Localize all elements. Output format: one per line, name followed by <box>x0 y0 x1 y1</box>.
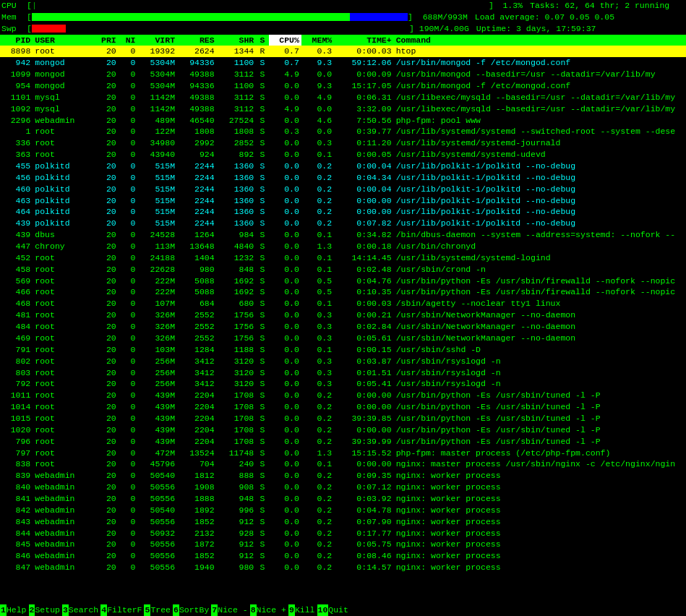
table-row[interactable]: 439dbus200245281264984S0.00.10:34.82/bin… <box>0 229 686 241</box>
cell: 1852 <box>177 550 217 562</box>
table-row[interactable]: 1root200122M18081808S0.30.00:39.77/usr/l… <box>0 126 686 137</box>
cell: 1872 <box>177 539 217 550</box>
bottom-button[interactable]: 9Kill <box>288 604 317 616</box>
cell: 3120 <box>217 356 257 367</box>
table-row[interactable]: 456polkitd200515M22441360S0.00.20:04.34/… <box>0 172 686 184</box>
table-row[interactable]: 1099mongod2005304M493883112S4.90.00:00.0… <box>0 69 686 80</box>
cell: 22628 <box>137 264 177 275</box>
cell: 1099 <box>0 69 33 80</box>
cell: 0.1 <box>301 264 334 275</box>
table-row[interactable]: 336root2003498029922852S0.00.30:11.20/us… <box>0 137 686 149</box>
table-row[interactable]: 468root200107M684680S0.00.10:00.03/sbin/… <box>0 298 686 309</box>
col-time[interactable]: TIME+ <box>334 35 393 46</box>
col-user[interactable]: USER <box>33 35 92 46</box>
col-pid[interactable]: PID <box>0 35 33 46</box>
cell: 0:00.09 <box>334 69 393 80</box>
table-row[interactable]: 842webadmin200505401892996S0.00.20:04.78… <box>0 505 686 516</box>
bottom-button[interactable]: 7Nice - <box>211 604 249 616</box>
table-row[interactable]: 840webadmin200505561908908S0.00.20:07.12… <box>0 482 686 493</box>
cell: 0.0 <box>269 493 301 505</box>
table-row[interactable]: 463polkitd200515M22441360S0.00.20:00.00/… <box>0 195 686 207</box>
table-row[interactable]: 844webadmin200509322132928S0.00.20:17.77… <box>0 528 686 539</box>
table-row[interactable]: 460polkitd200515M22441360S0.00.20:00.04/… <box>0 184 686 195</box>
table-row[interactable]: 954mongod2005304M943361100S0.09.315:17.0… <box>0 80 686 92</box>
cell: /usr/lib/polkit-1/polkitd --no-debug <box>394 184 686 195</box>
table-row[interactable]: 791root200103M12841188S0.00.10:00.15/usr… <box>0 344 686 356</box>
cell: 0.0 <box>269 436 301 448</box>
table-row[interactable]: 8898root2001939226241344R0.70.30:00.03ht… <box>0 46 686 57</box>
cell: 2244 <box>177 195 217 207</box>
cell: 439 <box>0 218 33 229</box>
table-row[interactable]: 839webadmin200505401812888S0.00.20:09.35… <box>0 470 686 482</box>
table-row[interactable]: 846webadmin200505561852912S0.00.20:08.46… <box>0 550 686 562</box>
cell: /usr/sbin/sshd -D <box>394 344 686 356</box>
col-s[interactable]: S <box>256 35 268 46</box>
cell: 20 <box>93 184 119 195</box>
table-row[interactable]: 1101mysql2001142M493883112S0.04.90:06.31… <box>0 92 686 103</box>
bottom-button[interactable]: 6SortBy <box>173 604 211 616</box>
table-row[interactable]: 484root200326M25521756S0.00.30:02.84/usr… <box>0 321 686 333</box>
cell: 942 <box>0 57 33 69</box>
bottom-button[interactable]: 5Tree <box>144 604 173 616</box>
table-row[interactable]: 792root200256M34123120S0.00.30:05.41/usr… <box>0 378 686 390</box>
cell: S <box>256 275 268 287</box>
col-res[interactable]: RES <box>177 35 217 46</box>
col-virt[interactable]: VIRT <box>137 35 177 46</box>
table-row[interactable]: 942mongod2005304M943361100S0.79.359:12.0… <box>0 57 686 69</box>
col-command[interactable]: Command <box>394 35 686 46</box>
cell: 49388 <box>177 92 217 103</box>
table-row[interactable]: 2296webadmin200489M4654027524S0.04.67:50… <box>0 115 686 127</box>
table-row[interactable]: 1011root200439M22041708S0.00.20:00.00/us… <box>0 390 686 401</box>
table-row[interactable]: 847webadmin200505561940980S0.00.20:14.57… <box>0 562 686 573</box>
table-row[interactable]: 481root200326M25521756S0.00.30:00.21/usr… <box>0 309 686 321</box>
cell: 0.0 <box>269 172 301 184</box>
cell: S <box>256 424 268 436</box>
col-cpu[interactable]: CPU% <box>269 35 301 46</box>
table-row[interactable]: 841webadmin200505561888948S0.00.20:03.92… <box>0 493 686 505</box>
table-row[interactable]: 1014root200439M22041708S0.00.20:00.00/us… <box>0 401 686 413</box>
table-row[interactable]: 796root200439M22041708S0.00.239:39.99/us… <box>0 436 686 448</box>
bottom-button[interactable]: 10Quit <box>317 604 351 616</box>
cell: 20 <box>93 298 119 309</box>
table-row[interactable]: 1020root200439M22041708S0.00.20:00.00/us… <box>0 424 686 436</box>
cell: nginx: worker process <box>394 505 686 516</box>
col-mem[interactable]: MEM% <box>301 35 334 46</box>
bottom-button[interactable]: 4FilterF <box>100 604 144 616</box>
bottom-button[interactable]: 3Search <box>62 604 100 616</box>
cell: 0 <box>119 103 138 115</box>
table-row[interactable]: 439polkitd200515M22441360S0.00.20:07.82/… <box>0 218 686 229</box>
bottom-button[interactable]: 2Setup <box>29 604 62 616</box>
table-row[interactable]: 447chrony200113M136484840S0.01.30:00.18/… <box>0 241 686 252</box>
table-row[interactable]: 569root200222M50881692S0.00.50:04.76/usr… <box>0 275 686 287</box>
table-row[interactable]: 363root20043940924892S0.00.10:00.05/usr/… <box>0 149 686 161</box>
table-row[interactable]: 455polkitd200515M22441360S0.00.20:00.04/… <box>0 161 686 172</box>
table-row[interactable]: 802root200256M34123120S0.00.30:03.87/usr… <box>0 356 686 367</box>
table-row[interactable]: 838root20045796704240S0.00.10:00.00nginx… <box>0 458 686 470</box>
cell: 20 <box>93 126 119 137</box>
table-row[interactable]: 803root200256M34123120S0.00.30:01.51/usr… <box>0 367 686 379</box>
table-row[interactable]: 452root2002418814041232S0.00.114:14.45/u… <box>0 252 686 264</box>
table-row[interactable]: 464polkitd200515M22441360S0.00.20:00.00/… <box>0 206 686 218</box>
cell: 0.2 <box>301 390 334 401</box>
table-row[interactable]: 1092mysql2001142M493883112S4.90.03:32.09… <box>0 103 686 115</box>
table-row[interactable]: 469root200326M25521756S0.00.30:05.61/usr… <box>0 333 686 344</box>
cell: 0 <box>119 298 138 309</box>
table-row[interactable]: 843webadmin200505561852912S0.00.20:07.90… <box>0 516 686 528</box>
cell: S <box>256 333 268 344</box>
bottom-button[interactable]: 1Help <box>0 604 29 616</box>
col-shr[interactable]: SHR <box>217 35 257 46</box>
cell: 0:00.04 <box>334 184 393 195</box>
mem-bar-blue <box>350 13 408 21</box>
cell: 0:14.57 <box>334 562 393 573</box>
col-pri[interactable]: PRI <box>93 35 119 46</box>
table-row[interactable]: 466root200222M50881692S0.00.50:10.35/usr… <box>0 286 686 298</box>
table-row[interactable]: 1015root200439M22041708S0.00.239:39.85/u… <box>0 413 686 424</box>
cell: 45796 <box>137 458 177 470</box>
cell: 843 <box>0 516 33 528</box>
bottom-button[interactable]: 8Nice + <box>250 604 288 616</box>
table-row[interactable]: 458root20022628980848S0.00.10:02.48/usr/… <box>0 264 686 275</box>
table-row[interactable]: 845webadmin200505561872912S0.00.20:05.75… <box>0 539 686 550</box>
cell: 20 <box>93 470 119 482</box>
col-ni[interactable]: NI <box>119 35 138 46</box>
table-row[interactable]: 797root200472M1352411748S0.01.315:15.52p… <box>0 448 686 459</box>
